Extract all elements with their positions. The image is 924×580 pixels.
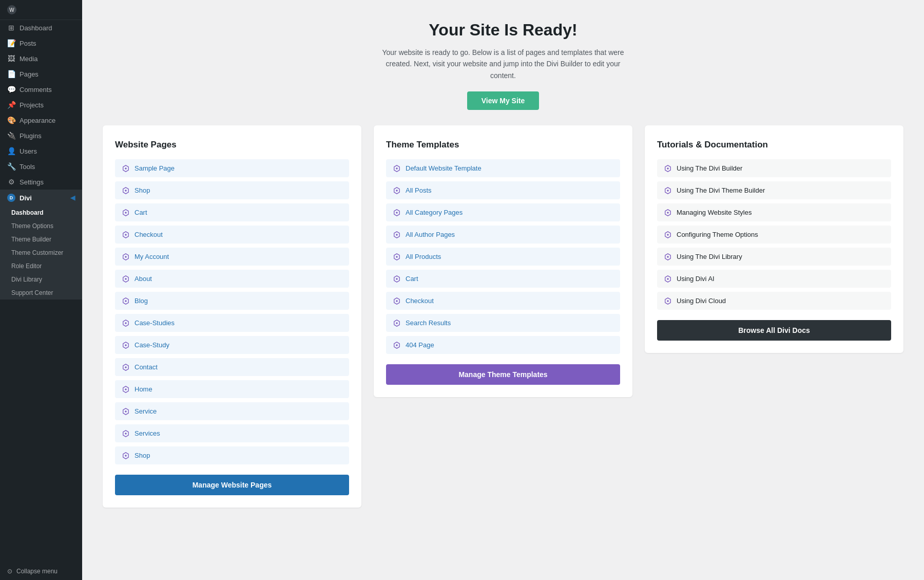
theme-template-item[interactable]: 404 Page: [386, 336, 620, 354]
theme-template-item[interactable]: All Category Pages: [386, 203, 620, 221]
page-icon: [122, 253, 129, 260]
template-label: All Products: [406, 253, 441, 260]
tutorial-label: Using The Divi Library: [677, 253, 742, 260]
theme-template-item[interactable]: All Products: [386, 248, 620, 266]
page-icon: [122, 408, 129, 415]
sidebar-item-users[interactable]: 👤 Users: [0, 143, 82, 159]
svg-point-6: [125, 300, 127, 302]
tutorial-item[interactable]: Using Divi AI: [657, 270, 891, 288]
website-page-item[interactable]: Cart: [115, 203, 349, 221]
website-page-item[interactable]: Case-Study: [115, 336, 349, 354]
website-page-item[interactable]: Checkout: [115, 226, 349, 244]
website-page-item[interactable]: Case-Studies: [115, 314, 349, 332]
page-icon: [122, 275, 129, 283]
browse-docs-button[interactable]: Browse All Divi Docs: [657, 320, 891, 341]
website-page-item[interactable]: About: [115, 270, 349, 288]
sidebar-item-plugins[interactable]: 🔌 Plugins: [0, 128, 82, 143]
website-page-item[interactable]: Service: [115, 402, 349, 420]
divi-sub-item-theme-options[interactable]: Theme Options: [0, 219, 82, 233]
theme-templates-list: Default Website Template All Posts All C…: [386, 159, 620, 354]
tutorial-label: Using The Divi Builder: [677, 164, 742, 172]
website-page-item[interactable]: Contact: [115, 358, 349, 376]
tutorial-item[interactable]: Using Divi Cloud: [657, 292, 891, 310]
divi-sub-item-support-center[interactable]: Support Center: [0, 286, 82, 300]
sidebar-item-settings[interactable]: ⚙ Settings: [0, 174, 82, 190]
divi-sub-item-divi-library[interactable]: Divi Library: [0, 273, 82, 286]
divi-sub-item-theme-builder[interactable]: Theme Builder: [0, 233, 82, 246]
website-pages-title: Website Pages: [115, 140, 349, 150]
svg-point-7: [125, 322, 127, 324]
manage-theme-templates-button[interactable]: Manage Theme Templates: [386, 364, 620, 385]
manage-website-pages-button[interactable]: Manage Website Pages: [115, 475, 349, 495]
svg-point-2: [125, 212, 127, 214]
template-icon: [393, 275, 400, 283]
tutorial-item[interactable]: Configuring Theme Options: [657, 226, 891, 244]
website-page-item[interactable]: Shop: [115, 181, 349, 199]
page-icon: [122, 231, 129, 238]
template-icon: [393, 253, 400, 260]
svg-point-19: [396, 278, 398, 280]
theme-template-item[interactable]: All Author Pages: [386, 226, 620, 244]
svg-point-16: [396, 212, 398, 214]
svg-point-23: [667, 167, 669, 170]
collapse-menu-button[interactable]: ⊙ Collapse menu: [0, 563, 82, 580]
sidebar-item-projects[interactable]: 📌 Projects: [0, 97, 82, 113]
tutorial-icon: [664, 187, 671, 194]
template-label: Checkout: [406, 297, 434, 305]
theme-template-item[interactable]: Default Website Template: [386, 159, 620, 177]
page-label: Cart: [134, 209, 147, 216]
website-page-item[interactable]: Shop: [115, 446, 349, 464]
template-icon: [393, 231, 400, 238]
divi-submenu: DashboardTheme OptionsTheme BuilderTheme…: [0, 206, 82, 300]
website-page-item[interactable]: Sample Page: [115, 159, 349, 177]
sidebar-item-appearance[interactable]: 🎨 Appearance: [0, 113, 82, 128]
sidebar-nav: ⊞ Dashboard📝 Posts🖼 Media📄 Pages💬 Commen…: [0, 20, 82, 190]
sidebar-label-comments: Comments: [20, 86, 52, 93]
wordpress-icon: W: [7, 5, 16, 14]
website-page-item[interactable]: Services: [115, 424, 349, 442]
sidebar-label-settings: Settings: [20, 178, 44, 186]
theme-template-item[interactable]: Checkout: [386, 292, 620, 310]
template-label: All Posts: [406, 186, 432, 194]
tutorial-label: Using Divi Cloud: [677, 297, 726, 305]
website-page-item[interactable]: Home: [115, 380, 349, 398]
sidebar-label-tools: Tools: [20, 163, 35, 171]
svg-point-3: [125, 234, 127, 236]
divi-sub-item-role-editor[interactable]: Role Editor: [0, 259, 82, 273]
page-icon: [122, 430, 129, 437]
divi-sub-item-dashboard[interactable]: Dashboard: [0, 206, 82, 219]
dashboard-icon: ⊞: [7, 24, 15, 32]
website-page-item[interactable]: My Account: [115, 248, 349, 266]
svg-point-17: [396, 234, 398, 236]
divi-sub-item-theme-customizer[interactable]: Theme Customizer: [0, 246, 82, 259]
tutorials-list: Using The Divi Builder Using The Divi Th…: [657, 159, 891, 310]
page-icon: [122, 386, 129, 393]
svg-point-27: [667, 256, 669, 258]
tutorial-item[interactable]: Using The Divi Builder: [657, 159, 891, 177]
website-page-item[interactable]: Blog: [115, 292, 349, 310]
svg-point-24: [667, 190, 669, 192]
tutorial-item[interactable]: Managing Website Styles: [657, 203, 891, 221]
sidebar-item-dashboard[interactable]: ⊞ Dashboard: [0, 20, 82, 35]
sidebar-label-posts: Posts: [20, 40, 36, 47]
cards-row: Website Pages Sample Page Shop Cart Chec…: [103, 125, 903, 508]
theme-template-item[interactable]: All Posts: [386, 181, 620, 199]
divi-header[interactable]: D Divi ◀: [0, 190, 82, 206]
template-icon: [393, 165, 400, 172]
svg-point-12: [125, 433, 127, 435]
theme-templates-card: Theme Templates Default Website Template…: [374, 125, 632, 397]
theme-template-item[interactable]: Search Results: [386, 314, 620, 332]
page-label: Shop: [134, 186, 150, 194]
theme-template-item[interactable]: Cart: [386, 270, 620, 288]
sidebar-item-posts[interactable]: 📝 Posts: [0, 35, 82, 51]
page-label: My Account: [134, 253, 169, 260]
template-icon: [393, 342, 400, 349]
sidebar-item-pages[interactable]: 📄 Pages: [0, 66, 82, 82]
sidebar-item-comments[interactable]: 💬 Comments: [0, 82, 82, 97]
tutorial-item[interactable]: Using The Divi Library: [657, 248, 891, 266]
view-site-button[interactable]: View My Site: [467, 91, 540, 110]
template-label: Default Website Template: [406, 164, 482, 172]
sidebar-item-tools[interactable]: 🔧 Tools: [0, 159, 82, 174]
sidebar-item-media[interactable]: 🖼 Media: [0, 51, 82, 66]
tutorial-item[interactable]: Using The Divi Theme Builder: [657, 181, 891, 199]
